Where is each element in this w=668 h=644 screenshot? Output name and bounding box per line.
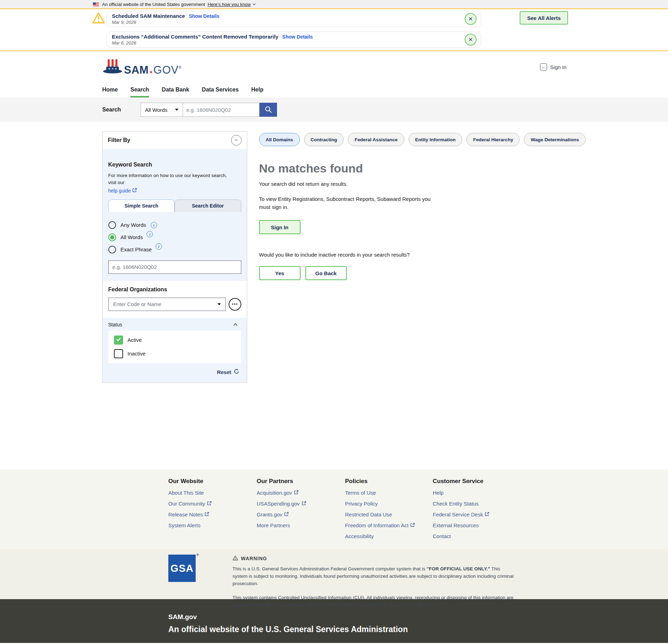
nav-item-search[interactable]: Search (130, 83, 149, 97)
nav-item-data-services[interactable]: Data Services (202, 83, 239, 97)
tab-search-editor[interactable]: Search Editor (175, 199, 241, 212)
footer-link-label: Our Community (168, 501, 205, 507)
gsa-logo-text: GSA (170, 563, 194, 574)
footer-link-external-resources[interactable]: External Resources (433, 522, 479, 528)
checkbox-inactive[interactable] (114, 349, 123, 358)
nav-item-data-bank[interactable]: Data Bank (162, 83, 189, 97)
federal-organizations-section: Federal Organizations Enter Code or Name… (103, 281, 247, 318)
footer-link-acquisition-gov[interactable]: Acquisition.gov (257, 490, 298, 496)
footer-column-our-partners: Our Partners Acquisition.gov USASpending… (257, 478, 345, 549)
domain-tab-contracting[interactable]: Contracting (304, 133, 344, 146)
footer-link-system-alerts[interactable]: System Alerts (168, 522, 201, 528)
show-details-link[interactable]: Show Details (282, 34, 313, 40)
yes-button[interactable]: Yes (259, 266, 301, 280)
footer-link-label: Help (433, 490, 444, 496)
domain-tab-federal-assistance[interactable]: Federal Assistance (348, 133, 404, 146)
footer-link-usaspending-gov[interactable]: USASpending.gov (257, 501, 306, 507)
reset-filters-link[interactable]: Reset (217, 369, 231, 375)
domain-tab-wage-determinations[interactable]: Wage Determinations (524, 133, 586, 146)
radio-all-words[interactable] (108, 233, 116, 241)
footer-link-label: USASpending.gov (257, 501, 300, 507)
federal-organizations-placeholder: Enter Code or Name (113, 301, 162, 307)
federal-organizations-combo[interactable]: Enter Code or Name (108, 298, 226, 311)
footer-link-grants-gov[interactable]: Grants.gov (257, 511, 289, 517)
footer-link-more-partners[interactable]: More Partners (257, 522, 290, 528)
logo-star-icon: ★ (149, 70, 153, 74)
footer-link-terms-of-use[interactable]: Terms of Use (345, 490, 376, 496)
footer-link-label: Acquisition.gov (257, 490, 292, 496)
go-back-button[interactable]: Go Back (305, 266, 347, 280)
sign-in-info-text: To view Entity Registrations, Subcontrac… (259, 195, 434, 211)
footer-link-label: About This Site (168, 490, 204, 496)
radio-exact-phrase-label: Exact Phrase (121, 246, 152, 252)
domain-tab-entity-information[interactable]: Entity Information (409, 133, 463, 146)
footer-link-release-notes[interactable]: Release Notes (168, 511, 209, 517)
show-details-link[interactable]: Show Details (189, 13, 219, 19)
footer-official-site-text: An official website of the U.S. General … (168, 625, 668, 634)
info-icon[interactable]: i (147, 231, 153, 237)
radio-exact-phrase[interactable] (108, 246, 116, 253)
footer: Our Website About This Site Our Communit… (0, 469, 668, 643)
domain-tab-federal-hierarchy[interactable]: Federal Hierarchy (466, 133, 520, 146)
footer-column-heading: Our Website (168, 478, 257, 485)
sign-in-link[interactable]: ← Sign In (540, 63, 567, 70)
search-mode-select[interactable]: All Words (141, 103, 183, 117)
keyword-input[interactable] (108, 260, 241, 274)
search-submit-button[interactable] (259, 103, 277, 117)
sign-in-label: Sign In (550, 64, 567, 70)
footer-link-check-entity-status[interactable]: Check Entity Status (433, 501, 479, 507)
reset-icon[interactable] (234, 369, 239, 375)
info-icon[interactable]: i (151, 222, 157, 228)
domain-tab-all-domains[interactable]: All Domains (259, 133, 300, 146)
radio-any-words-label: Any Words (121, 222, 146, 228)
info-icon[interactable]: i (156, 243, 162, 250)
sam-gov-logo[interactable]: ★ ★ ★ SAM ★ GOV ® (102, 59, 181, 75)
footer-link-contact[interactable]: Contact (433, 533, 451, 539)
more-options-button[interactable]: ⋯ (229, 298, 241, 311)
no-matches-title: No matches found (259, 162, 586, 175)
alert-close-button[interactable]: ✕ (465, 34, 477, 46)
nav-item-help[interactable]: Help (251, 83, 264, 97)
footer-link-federal-service-desk[interactable]: Federal Service Desk (433, 511, 489, 517)
collapse-filters-button[interactable]: − (231, 135, 242, 145)
footer-link-label: Terms of Use (345, 490, 376, 496)
status-header[interactable]: Status (108, 318, 241, 331)
keyword-info-text: For more information on how to use our k… (108, 172, 229, 187)
footer-link-help[interactable]: Help (433, 490, 444, 496)
footer-link-label: Accessibility (345, 533, 374, 539)
external-link-icon (204, 511, 209, 517)
footer-link-our-community[interactable]: Our Community (168, 501, 211, 507)
alert-title: Scheduled SAM Maintenance (112, 13, 185, 19)
radio-any-words[interactable] (108, 221, 116, 229)
help-guide-link[interactable]: help guide (108, 188, 137, 194)
warning-bold-text: "FOR OFFICIAL USE ONLY." (427, 566, 490, 571)
uncle-sam-hat-icon: ★ ★ ★ (102, 59, 123, 75)
see-all-alerts-button[interactable]: See All Alerts (520, 11, 568, 25)
footer-link-label: Grants.gov (257, 511, 282, 517)
status-heading: Status (108, 322, 122, 327)
gov-banner: An official website of the United States… (0, 0, 668, 9)
footer-link-about-this-site[interactable]: About This Site (168, 490, 204, 496)
footer-link-privacy-policy[interactable]: Privacy Policy (345, 501, 378, 507)
chevron-down-icon (252, 3, 256, 6)
alert-close-button[interactable]: ✕ (465, 13, 477, 25)
tab-simple-search[interactable]: Simple Search (108, 199, 175, 212)
inactive-records-question: Would you like to include inactive recor… (259, 252, 586, 258)
search-label: Search (101, 107, 141, 113)
alerts-section: Scheduled SAM Maintenance Show Details M… (0, 9, 668, 51)
search-band: Search All Words (0, 97, 668, 122)
footer-link-accessibility[interactable]: Accessibility (345, 533, 374, 539)
chevron-up-icon (233, 323, 238, 326)
sign-in-button[interactable]: Sign In (259, 220, 301, 234)
nav-item-home[interactable]: Home (102, 83, 118, 97)
external-link-icon (410, 522, 415, 528)
search-input[interactable] (183, 103, 259, 117)
footer-link-restricted-data-use[interactable]: Restricted Data Use (345, 511, 392, 517)
logo-gov-text: GOV (154, 65, 179, 75)
footer-link-foia[interactable]: Freedom of Information Act (345, 522, 415, 528)
chevron-down-icon (175, 109, 178, 111)
how-you-know-link[interactable]: Here’s how you know (208, 2, 251, 7)
external-link-icon (485, 511, 489, 517)
checkbox-active[interactable] (114, 335, 123, 345)
keyword-tabs: Simple Search Search Editor (108, 199, 241, 212)
